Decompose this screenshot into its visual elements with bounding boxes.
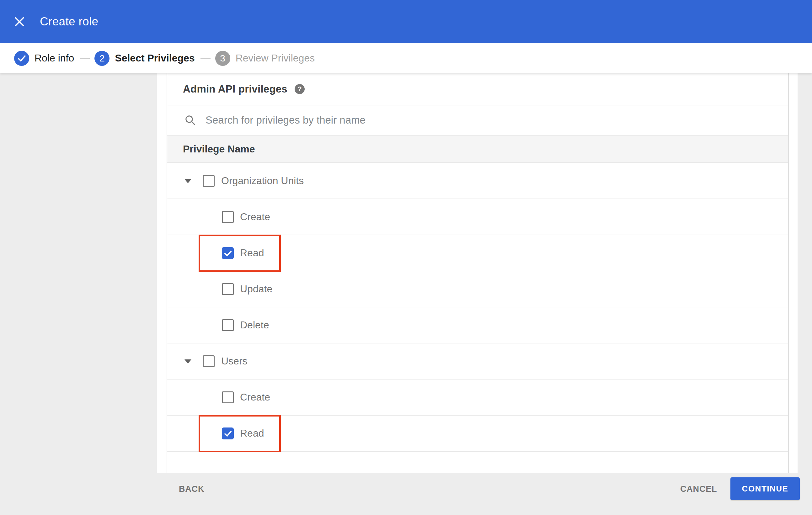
step-review-privileges[interactable]: 3 Review Privileges <box>215 51 315 66</box>
footer-bar: BACK CANCEL CONTINUE <box>0 473 812 515</box>
table-row: Organization Units <box>167 163 788 199</box>
privileges-card: Admin API privileges ? Privilege Name Or… <box>167 73 789 473</box>
checkbox-read[interactable] <box>222 247 234 259</box>
checkbox-read[interactable] <box>222 427 234 440</box>
page-title: Create role <box>40 15 98 28</box>
step-label: Select Privileges <box>115 52 195 64</box>
step-role-info[interactable]: Role info <box>14 51 74 66</box>
help-icon[interactable]: ? <box>295 84 304 94</box>
privilege-table-body: Organization UnitsCreateReadUpdateDelete… <box>167 163 788 473</box>
back-button[interactable]: BACK <box>179 480 204 498</box>
table-row <box>167 452 788 473</box>
privilege-label: Read <box>240 427 264 439</box>
privilege-label: Organization Units <box>221 175 304 187</box>
stepper-bar: Role info 2 Select Privileges 3 Review P… <box>0 43 812 73</box>
search-icon <box>184 115 196 126</box>
column-header: Privilege Name <box>167 135 788 163</box>
step-done-icon <box>14 51 29 66</box>
checkmark-icon <box>224 429 232 436</box>
table-row: Read <box>167 235 788 271</box>
card-heading: Admin API privileges ? <box>167 73 788 105</box>
annotation-highlight-box <box>199 415 281 452</box>
step-number: 3 <box>215 51 230 66</box>
step-label: Role info <box>34 52 74 64</box>
search-bar <box>167 105 788 135</box>
step-label: Review Privileges <box>236 52 315 64</box>
annotation-highlight-box <box>199 235 281 272</box>
checkbox-create[interactable] <box>222 391 234 403</box>
privilege-label: Users <box>221 355 248 367</box>
table-row: Delete <box>167 307 788 343</box>
table-row: Create <box>167 199 788 235</box>
privilege-label: Read <box>240 247 264 259</box>
checkmark-icon <box>224 248 232 256</box>
checkbox-create[interactable] <box>222 211 234 223</box>
table-row: Read <box>167 416 788 452</box>
search-input[interactable] <box>205 114 645 126</box>
step-number: 2 <box>94 51 110 66</box>
section-title: Admin API privileges <box>183 83 287 95</box>
privilege-label: Create <box>240 391 270 403</box>
table-row: Create <box>167 380 788 416</box>
step-connector <box>201 58 210 59</box>
continue-button[interactable]: CONTINUE <box>730 477 800 500</box>
cancel-button[interactable]: CANCEL <box>680 480 717 498</box>
privilege-label: Update <box>240 283 272 295</box>
titlebar: Create role <box>0 0 812 43</box>
checkbox-users[interactable] <box>203 355 214 367</box>
privilege-label: Create <box>240 211 270 223</box>
expander-arrow-icon[interactable] <box>184 179 192 183</box>
expander-arrow-icon[interactable] <box>184 359 192 364</box>
privilege-label: Delete <box>240 319 269 331</box>
checkbox-organization-units[interactable] <box>203 175 214 187</box>
checkbox-delete[interactable] <box>222 319 234 331</box>
table-row: Update <box>167 271 788 307</box>
close-icon[interactable] <box>14 16 25 27</box>
table-row: Users <box>167 343 788 380</box>
step-connector <box>80 58 90 59</box>
checkbox-update[interactable] <box>222 283 234 295</box>
step-select-privileges[interactable]: 2 Select Privileges <box>94 51 195 66</box>
